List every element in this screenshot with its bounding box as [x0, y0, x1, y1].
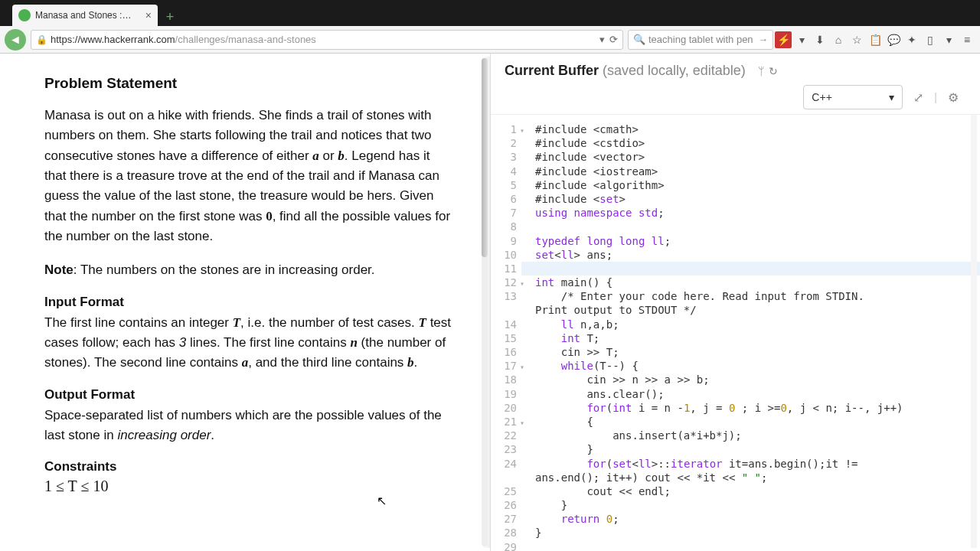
line-gutter: 1▾23456789101112▾13 14151617▾18192021▾22… — [491, 122, 521, 551]
problem-paragraph-1: Manasa is out on a hike with friends. Sh… — [44, 106, 453, 246]
constraints-heading: Constraints — [44, 459, 453, 474]
url-path: /challenges/manasa-and-stones — [175, 34, 316, 45]
gear-icon[interactable]: ⚙ — [948, 90, 959, 105]
puzzle-icon[interactable]: ✦ — [903, 31, 920, 48]
chevron-down-icon: ▾ — [889, 91, 894, 103]
bookmark-icon[interactable]: ☆ — [848, 31, 865, 48]
history-icon[interactable]: ↻ — [769, 65, 778, 77]
search-icon: 🔍 — [633, 34, 645, 45]
url-domain: https://www.hackerrank.com — [51, 34, 175, 45]
scrollbar-track[interactable] — [482, 58, 488, 546]
flash-icon[interactable]: ⚡ — [775, 31, 792, 48]
back-button[interactable]: ◄ — [5, 29, 26, 51]
code-body[interactable]: #include <cmath>#include <cstdio>#includ… — [521, 122, 980, 551]
dropdown-icon-2[interactable]: ▾ — [793, 31, 810, 48]
input-format-heading: Input Format — [44, 295, 453, 310]
editor-pane: Current Buffer (saved locally, editable)… — [490, 54, 980, 551]
language-label: C++ — [812, 91, 831, 103]
new-tab-button[interactable]: + — [161, 8, 179, 26]
scrollbar-thumb[interactable] — [482, 58, 488, 257]
chat-icon[interactable]: 💬 — [885, 31, 902, 48]
device-icon[interactable]: ▯ — [922, 31, 939, 48]
tab-strip: Manasa and Stones :… × + — [0, 0, 980, 26]
dropdown-icon-3[interactable]: ▾ — [940, 31, 957, 48]
search-bar[interactable]: 🔍 teaching tablet with pen → — [628, 30, 773, 50]
output-format-heading: Output Format — [44, 387, 453, 403]
menu-icon[interactable]: ≡ — [959, 31, 975, 48]
buffer-header: Current Buffer (saved locally, editable)… — [491, 54, 980, 109]
input-format-text: The first line contains an integer T, i.… — [44, 313, 453, 373]
problem-pane: Problem Statement Manasa is out on a hik… — [0, 54, 490, 551]
problem-heading: Problem Statement — [44, 75, 453, 92]
buffer-title: Current Buffer (saved locally, editable)… — [505, 63, 966, 79]
language-select[interactable]: C++ ▾ — [803, 85, 903, 109]
toolbar: ◄ 🔒 https://www.hackerrank.com/challenge… — [0, 26, 980, 54]
clipboard-icon[interactable]: 📋 — [867, 31, 884, 48]
problem-note: Note: The numbers on the stones are in i… — [44, 260, 453, 280]
branch-icon[interactable]: ᛘ — [758, 65, 764, 77]
home-icon[interactable]: ⌂ — [830, 31, 847, 48]
tab-close-icon[interactable]: × — [145, 9, 152, 21]
constraint-line-1: 1 ≤ T ≤ 10 — [44, 478, 453, 495]
tab-title: Manasa and Stones :… — [35, 10, 142, 21]
code-editor[interactable]: 1▾23456789101112▾13 14151617▾18192021▾22… — [491, 114, 980, 551]
search-text: teaching tablet with pen — [648, 34, 753, 45]
downloads-icon[interactable]: ⬇ — [812, 31, 828, 48]
dropdown-icon[interactable]: ▾ — [599, 34, 605, 45]
lock-icon: 🔒 — [36, 34, 47, 45]
reload-icon[interactable]: ⟳ — [609, 34, 618, 45]
content-area: Problem Statement Manasa is out on a hik… — [0, 54, 980, 551]
browser-tab[interactable]: Manasa and Stones :… × — [12, 5, 158, 26]
url-bar[interactable]: 🔒 https://www.hackerrank.com/challenges/… — [31, 30, 623, 50]
editor-scrollbar[interactable] — [971, 115, 977, 548]
search-go-icon[interactable]: → — [758, 34, 768, 45]
output-format-text: Space-separated list of numbers which ar… — [44, 406, 453, 446]
fullscreen-icon[interactable]: ⤢ — [913, 90, 923, 105]
favicon-icon — [18, 9, 31, 21]
